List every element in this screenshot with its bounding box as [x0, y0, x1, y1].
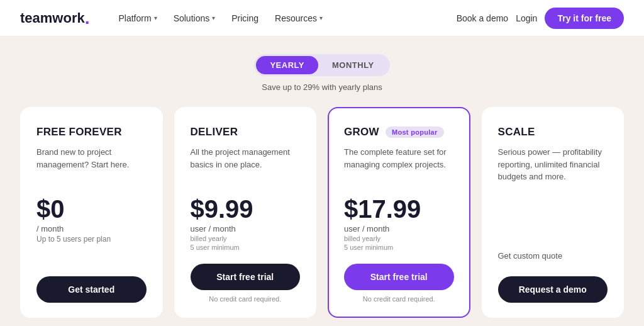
free-forever-period: / month	[36, 224, 147, 233]
grow-price: $17.99	[344, 196, 454, 222]
get-started-button[interactable]: Get started	[36, 276, 147, 303]
grow-billing: billed yearly	[344, 235, 454, 242]
grow-period: user / month	[344, 224, 454, 233]
login-link[interactable]: Login	[516, 13, 537, 23]
free-forever-desc: Brand new to project management? Start h…	[36, 146, 147, 183]
try-it-free-button[interactable]: Try it for free	[545, 8, 624, 29]
nav-solutions[interactable]: Solutions ▾	[167, 9, 222, 27]
deliver-desc: All the project management basics in one…	[191, 146, 301, 183]
deliver-period: user / month	[191, 224, 301, 233]
deliver-card: DELIVER All the project management basic…	[174, 107, 317, 318]
yearly-toggle-button[interactable]: YEARLY	[256, 56, 318, 74]
navbar: teamwork. Platform ▾ Solutions ▾ Pricing…	[0, 0, 644, 37]
deliver-price: $9.99	[191, 196, 301, 222]
grow-card: GROW Most popular The complete feature s…	[328, 107, 470, 318]
free-forever-title: FREE FOREVER	[36, 126, 147, 138]
deliver-title: DELIVER	[191, 126, 301, 138]
logo[interactable]: teamwork.	[20, 9, 90, 27]
nav-right: Book a demo Login Try it for free	[457, 8, 624, 29]
pricing-main: YEARLY MONTHLY Save up to 29% with yearl…	[0, 37, 644, 326]
scale-custom-quote: Get custom quote	[498, 251, 608, 264]
nav-resources[interactable]: Resources ▾	[269, 9, 329, 27]
free-forever-users: Up to 5 users per plan	[36, 235, 147, 244]
scale-card: SCALE Serious power — profitability repo…	[482, 107, 625, 318]
nav-links: Platform ▾ Solutions ▾ Pricing Resources…	[113, 9, 457, 27]
scale-title: SCALE	[498, 126, 608, 138]
nav-pricing[interactable]: Pricing	[225, 9, 265, 27]
deliver-billing: billed yearly	[191, 235, 301, 242]
deliver-start-free-trial-button[interactable]: Start free trial	[191, 264, 301, 290]
free-forever-price: $0	[36, 196, 147, 222]
book-demo-link[interactable]: Book a demo	[457, 13, 509, 23]
grow-desc: The complete feature set for managing co…	[344, 146, 454, 183]
pricing-cards: FREE FOREVER Brand new to project manage…	[20, 107, 624, 318]
grow-minimum: 5 user minimum	[344, 244, 454, 251]
monthly-toggle-button[interactable]: MONTHLY	[318, 56, 388, 74]
chevron-down-icon: ▾	[154, 14, 157, 21]
grow-title: GROW Most popular	[344, 126, 454, 138]
free-forever-card: FREE FOREVER Brand new to project manage…	[20, 107, 163, 318]
save-text: Save up to 29% with yearly plans	[20, 82, 624, 92]
logo-dot: .	[85, 9, 90, 27]
chevron-down-icon: ▾	[319, 14, 323, 21]
grow-no-cc: No credit card required.	[344, 295, 454, 303]
logo-text: teamwork	[20, 10, 85, 26]
deliver-minimum: 5 user minimum	[191, 244, 301, 251]
grow-start-free-trial-button[interactable]: Start free trial	[344, 264, 454, 290]
scale-desc: Serious power — profitability reporting,…	[498, 146, 608, 183]
request-demo-button[interactable]: Request a demo	[498, 276, 608, 303]
chevron-down-icon: ▾	[212, 14, 215, 21]
billing-toggle: YEARLY MONTHLY	[20, 54, 624, 76]
toggle-pill: YEARLY MONTHLY	[254, 54, 389, 76]
nav-platform[interactable]: Platform ▾	[113, 9, 164, 27]
deliver-no-cc: No credit card required.	[191, 295, 301, 303]
popular-badge: Most popular	[386, 126, 444, 138]
